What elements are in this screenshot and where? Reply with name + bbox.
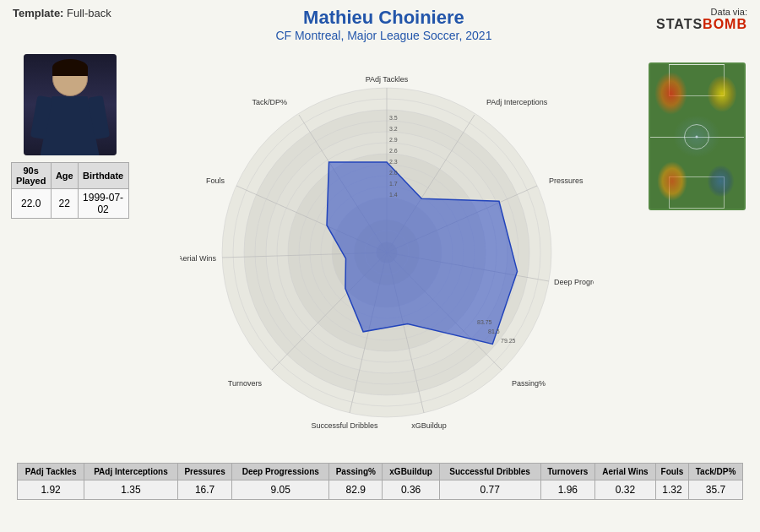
svg-text:2.9: 2.9 — [389, 137, 398, 143]
template-value: Full-back — [67, 7, 111, 19]
statsbomb-stats: STATS — [656, 17, 703, 31]
svg-text:79.25: 79.25 — [501, 338, 516, 344]
val-pressures: 16.7 — [177, 480, 232, 500]
svg-text:83.75: 83.75 — [477, 319, 492, 325]
bottom-stats-table: PAdj Tackles PAdj Interceptions Pressure… — [17, 463, 743, 500]
bottom-stats-container: PAdj Tackles PAdj Interceptions Pressure… — [0, 459, 760, 500]
header-pressures: Pressures — [177, 464, 232, 480]
header-passing-pct: Passing% — [329, 464, 383, 480]
svg-text:Pressures: Pressures — [549, 176, 584, 185]
svg-text:Deep Progressions: Deep Progressions — [554, 278, 594, 286]
template-info: Template: Full-back — [13, 7, 111, 19]
header-aerial-wins: Aerial Wins — [595, 464, 656, 480]
left-panel: 90s Played Age Birthdate 22.0 22 1999-07… — [8, 46, 131, 219]
svg-text:Tack/DP%: Tack/DP% — [252, 98, 287, 106]
radar-svg: PAdj Tackles PAdj Interceptions Pressure… — [180, 46, 594, 442]
header-successful-dribbles: Successful Dribbles — [439, 464, 540, 480]
header-padj-interceptions: PAdj Interceptions — [84, 464, 178, 480]
svg-text:1.7: 1.7 — [389, 181, 398, 187]
val-xgbuildup: 0.36 — [383, 480, 439, 500]
data-via-label: Data via: — [656, 7, 747, 17]
svg-text:Aerial Wins: Aerial Wins — [180, 254, 216, 263]
svg-text:Turnovers: Turnovers — [227, 379, 262, 388]
svg-text:PAdj Interceptions: PAdj Interceptions — [486, 98, 548, 106]
svg-text:81.5: 81.5 — [488, 328, 500, 334]
val-aerial-wins: 0.32 — [595, 480, 656, 500]
svg-text:Fouls: Fouls — [205, 176, 225, 185]
radar-chart: PAdj Tackles PAdj Interceptions Pressure… — [131, 46, 642, 442]
header-padj-tackles: PAdj Tackles — [18, 464, 84, 480]
main-container: Template: Full-back Mathieu Choiniere CF… — [0, 0, 760, 532]
val-turnovers: 1.96 — [540, 480, 594, 500]
stats-header-row: PAdj Tackles PAdj Interceptions Pressure… — [18, 464, 743, 480]
player-info-header: Mathieu Choiniere CF Montreal, Major Lea… — [275, 7, 491, 42]
player-name: Mathieu Choiniere — [275, 7, 491, 29]
val-age: 22 — [51, 189, 78, 219]
statsbomb-bomb: BOMB — [703, 17, 747, 31]
header-turnovers: Turnovers — [540, 464, 594, 480]
col-age: Age — [51, 163, 78, 189]
svg-text:2.3: 2.3 — [389, 159, 398, 165]
svg-text:3.5: 3.5 — [389, 115, 398, 121]
svg-text:Passing%: Passing% — [512, 379, 546, 388]
player-subtitle: CF Montreal, Major League Soccer, 2021 — [275, 29, 491, 42]
val-passing-pct: 82.9 — [329, 480, 383, 500]
statsbomb-logo: STATSBOMB — [656, 17, 747, 32]
svg-text:1.4: 1.4 — [389, 192, 398, 198]
player-stats-table: 90s Played Age Birthdate 22.0 22 1999-07… — [11, 162, 129, 219]
template-label: Template: — [13, 7, 63, 19]
val-padj-tackles: 1.92 — [18, 480, 84, 500]
header-fouls: Fouls — [655, 464, 688, 480]
header-tack-dp: Tack/DP% — [689, 464, 743, 480]
val-fouls: 1.32 — [655, 480, 688, 500]
header-xgbuildup: xGBuildup — [383, 464, 439, 480]
svg-text:PAdj Tackles: PAdj Tackles — [365, 75, 408, 84]
content-area: 90s Played Age Birthdate 22.0 22 1999-07… — [0, 46, 760, 459]
val-padj-interceptions: 1.35 — [84, 480, 178, 500]
heatmap — [649, 62, 746, 210]
header: Template: Full-back Mathieu Choiniere CF… — [0, 0, 760, 46]
header-deep-progressions: Deep Progressions — [232, 464, 329, 480]
col-birthdate: Birthdate — [78, 163, 128, 189]
stats-value-row: 1.92 1.35 16.7 9.05 82.9 0.36 0.77 1.96 … — [18, 480, 743, 500]
player-photo — [24, 54, 117, 155]
val-deep-progressions: 9.05 — [232, 480, 329, 500]
svg-text:3.2: 3.2 — [389, 126, 398, 132]
col-90s: 90s Played — [11, 163, 51, 189]
player-photo-inner — [24, 54, 117, 155]
data-source: Data via: STATSBOMB — [656, 7, 747, 32]
val-tack-dp: 35.7 — [689, 480, 743, 500]
val-successful-dribbles: 0.77 — [439, 480, 540, 500]
val-birthdate: 1999-07-02 — [78, 189, 128, 219]
svg-text:Successful Dribbles: Successful Dribbles — [311, 421, 378, 430]
svg-text:2.0: 2.0 — [389, 170, 398, 176]
svg-text:2.6: 2.6 — [389, 148, 398, 154]
svg-text:xGBuildup: xGBuildup — [411, 421, 447, 430]
val-90s: 22.0 — [11, 189, 51, 219]
right-panel — [642, 46, 752, 210]
